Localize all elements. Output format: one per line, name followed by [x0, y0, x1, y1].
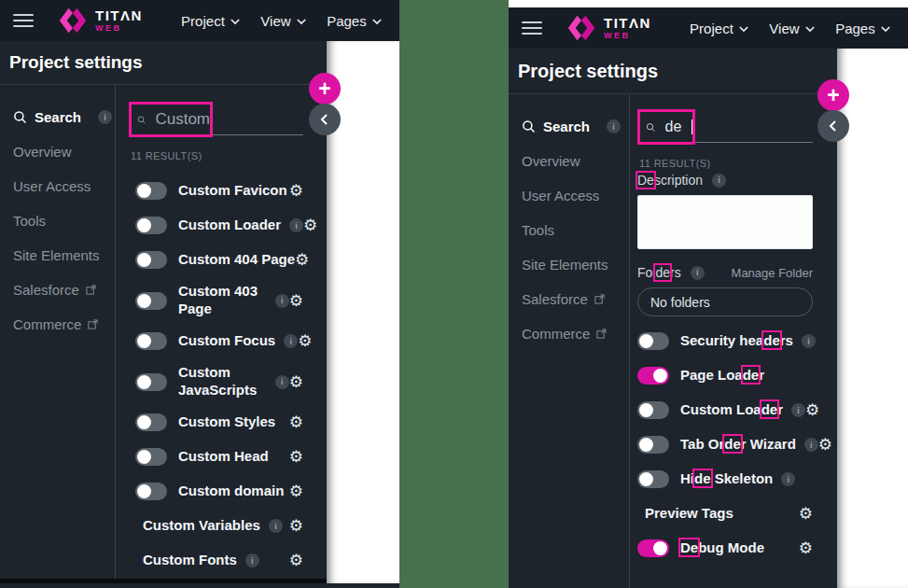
sidebar-item[interactable]: Tools [509, 213, 629, 247]
menu-icon[interactable] [13, 14, 34, 27]
toggle-switch[interactable] [637, 436, 669, 454]
nav-menu-item[interactable]: View [769, 21, 814, 36]
toggle-switch[interactable] [135, 251, 167, 269]
collapse-panel-button[interactable] [817, 110, 849, 142]
match-highlight: de [761, 401, 778, 417]
logo-text: TITΛN WEB [95, 8, 143, 33]
toggle-switch[interactable] [637, 401, 669, 419]
top-navbar: TITΛN WEB Project View Pages [509, 7, 908, 49]
add-button[interactable]: + [309, 73, 341, 105]
setting-row: Custom Favicon ⚙ [129, 174, 303, 208]
titan-logo[interactable]: TITΛN WEB [566, 14, 651, 42]
sidebar-item-label: Site Elements [522, 257, 608, 273]
setting-label: Custom Styles [178, 413, 275, 431]
gear-icon[interactable]: ⚙ [289, 518, 303, 534]
settings-search-input[interactable]: Custom [129, 102, 213, 137]
menu-icon[interactable] [522, 21, 542, 35]
toggle-switch[interactable] [135, 413, 167, 431]
sidebar-item[interactable]: Overview [0, 134, 115, 169]
gear-icon[interactable]: ⚙ [818, 437, 832, 453]
gear-icon[interactable]: ⚙ [289, 483, 303, 499]
sidebar-item[interactable]: Site Elements [0, 238, 115, 273]
nav-menu-item[interactable]: View [260, 13, 305, 29]
folders-select-value: No folders [650, 295, 710, 310]
match-highlight: de [724, 436, 741, 452]
chevron-down-icon [297, 19, 306, 25]
toggle-switch[interactable] [135, 332, 167, 350]
toggle-knob [639, 403, 653, 417]
nav-menu-item[interactable]: Project [690, 21, 748, 36]
info-icon: i [804, 438, 818, 452]
brand-name: TITΛN [95, 8, 143, 22]
sidebar-item[interactable]: Salesforce [0, 273, 115, 307]
toggle-knob [639, 472, 653, 486]
toggle-switch[interactable] [135, 373, 167, 391]
toggle-switch[interactable] [637, 539, 669, 557]
setting-label: Custom Variables [143, 517, 260, 535]
toggle-switch[interactable] [135, 217, 167, 234]
search-icon [646, 120, 656, 134]
settings-search-input[interactable]: de [637, 109, 695, 145]
sidebar-item[interactable]: Commerce [509, 316, 629, 351]
sidebar-item[interactable]: Site Elements [509, 247, 629, 282]
setting-row: Custom domain ⚙ [129, 474, 303, 509]
gear-icon[interactable]: ⚙ [295, 252, 309, 268]
gear-icon[interactable]: ⚙ [303, 217, 317, 233]
gear-icon[interactable]: ⚙ [805, 402, 819, 418]
nav-menu: Project View Pages [679, 21, 901, 36]
settings-panel: de 11 RESULT(S) Description i Folders i … [630, 94, 837, 588]
gear-icon[interactable]: ⚙ [289, 374, 303, 390]
nav-menu-item[interactable]: Pages [835, 21, 890, 36]
sidebar-item[interactable]: User Access [509, 178, 629, 213]
gear-icon[interactable]: ⚙ [799, 506, 813, 522]
sidebar-item-label: Commerce [522, 326, 590, 342]
titan-logo[interactable]: TITΛN WEB [58, 7, 143, 35]
gear-icon[interactable]: ⚙ [799, 540, 813, 556]
nav-menu-item[interactable]: Pages [327, 13, 382, 29]
toggle-switch[interactable] [135, 483, 167, 500]
gear-icon[interactable]: ⚙ [289, 449, 303, 465]
gear-icon[interactable]: ⚙ [289, 414, 303, 430]
sidebar-item-label: User Access [13, 178, 91, 194]
nav-menu-label: View [769, 21, 799, 36]
collapse-panel-button[interactable] [309, 104, 341, 135]
gear-icon[interactable]: ⚙ [289, 293, 303, 309]
description-textarea[interactable] [637, 195, 813, 249]
sidebar-item-search[interactable]: Search i [509, 109, 629, 144]
manage-folder-link[interactable]: Manage Folder [732, 266, 813, 280]
folders-select[interactable]: No folders [637, 287, 813, 316]
sidebar-item[interactable]: Overview [509, 144, 629, 178]
toggle-switch[interactable] [637, 367, 669, 385]
gear-icon[interactable]: ⚙ [298, 333, 312, 349]
gear-icon[interactable]: ⚙ [289, 183, 303, 199]
chevron-down-icon [230, 19, 240, 25]
toggle-switch[interactable] [135, 292, 167, 310]
gear-icon[interactable]: ⚙ [289, 553, 303, 568]
setting-label: Custom 403 Page [178, 283, 267, 318]
sidebar-item[interactable]: Commerce [0, 307, 115, 342]
nav-menu-label: Project [181, 13, 225, 29]
folders-label: Folders i Manage Folder [637, 265, 813, 280]
toggle-knob [639, 438, 653, 452]
toggle-switch[interactable] [135, 448, 167, 466]
nav-menu-item[interactable]: Project [181, 13, 240, 29]
sidebar-item[interactable]: Salesforce [509, 282, 629, 316]
match-highlight: de [763, 332, 780, 348]
info-icon: i [269, 519, 283, 533]
sidebar-item-search[interactable]: Search i [0, 100, 115, 134]
match-highlight: de [655, 265, 670, 280]
info-icon: i [712, 174, 726, 188]
logo-text: TITΛN WEB [604, 16, 651, 40]
toggle-switch[interactable] [135, 182, 167, 200]
toggle-switch[interactable] [637, 332, 669, 350]
toggle-knob [137, 484, 151, 498]
add-button[interactable]: + [817, 79, 849, 111]
sidebar-item[interactable]: Tools [0, 203, 115, 238]
brand-sub: WEB [95, 24, 143, 33]
setting-label: Custom JavaScripts [178, 364, 267, 399]
setting-row: Custom Loader i ⚙ [129, 208, 303, 243]
sidebar-item-label: User Access [522, 188, 599, 203]
sidebar-item[interactable]: User Access [0, 169, 115, 203]
toggle-switch[interactable] [637, 470, 669, 488]
info-icon: i [607, 119, 621, 133]
